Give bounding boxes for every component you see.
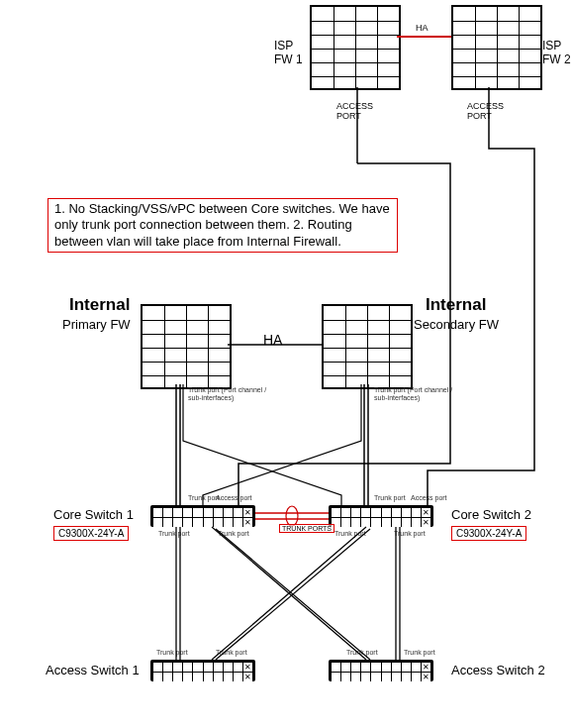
access-switch-2-label: Access Switch 2	[451, 664, 545, 678]
internal-ha-label: HA	[263, 332, 282, 348]
access-switch-1-label: Access Switch 1	[46, 664, 140, 678]
core2-down-trunk2: Trunk port	[394, 530, 426, 538]
isp-ha-label: HA	[416, 23, 429, 33]
core1-down-trunk2: Trunk port	[218, 530, 249, 538]
svg-line-15	[212, 527, 366, 660]
access-switch-1-icon: ✕✕	[150, 660, 255, 681]
access-port-1-label: ACCESS PORT	[336, 101, 373, 122]
core-switch-2-icon: ✕✕	[329, 505, 433, 527]
core-switch-1-label: Core Switch 1	[53, 508, 134, 523]
core-switch-1-model: C9300X-24Y-A	[53, 526, 129, 541]
access-switch-2-icon: ✕✕	[329, 660, 433, 681]
isp-fw2-icon	[451, 5, 542, 90]
isp-fw2-label: ISP FW 2	[542, 40, 571, 67]
trunk-ports-label: TRUNK PORTS	[279, 524, 334, 533]
isp-fw1-icon	[310, 5, 401, 90]
access-port-2-label: ACCESS PORT	[467, 101, 504, 122]
core-switch-1-icon: ✕✕	[150, 505, 255, 527]
svg-line-18	[216, 529, 370, 660]
internal-right-title: Internal	[426, 295, 486, 315]
core1-access-label: Access port	[216, 494, 252, 502]
acc2-trunk1: Trunk port	[346, 649, 378, 657]
core-switch-2-label: Core Switch 2	[451, 508, 531, 523]
core-switch-2-model: C9300X-24Y-A	[451, 526, 526, 541]
core2-trunk-label: Trunk port	[374, 494, 406, 502]
fw2-trunk-caption: Trunk port (Port channel / sub-interface…	[374, 386, 452, 402]
fw1-trunk-caption: Trunk port (Port channel / sub-interface…	[188, 386, 266, 402]
core2-down-trunk1: Trunk port	[334, 530, 366, 538]
internal-left-sub: Primary FW	[62, 318, 131, 333]
internal-primary-fw-icon	[141, 304, 232, 389]
acc1-trunk1: Trunk port	[156, 649, 188, 657]
internal-left-title: Internal	[69, 295, 130, 315]
svg-line-17	[212, 527, 366, 660]
note-box: 1. No Stacking/VSS/vPC between Core swit…	[48, 198, 398, 253]
core2-access-label: Access port	[411, 494, 447, 502]
internal-secondary-fw-icon	[322, 304, 413, 389]
isp-fw1-label: ISP FW 1	[274, 40, 303, 67]
acc2-trunk2: Trunk port	[404, 649, 435, 657]
core1-trunk-label: Trunk port	[188, 494, 220, 502]
internal-right-sub: Secondary FW	[414, 318, 499, 333]
acc1-trunk2: Trunk port	[216, 649, 247, 657]
network-diagram: { "top": { "isp_fw1": "ISP\nFW 1", "isp_…	[0, 0, 572, 728]
core1-down-trunk1: Trunk port	[158, 530, 190, 538]
svg-point-10	[286, 506, 298, 526]
svg-line-16	[216, 529, 370, 660]
